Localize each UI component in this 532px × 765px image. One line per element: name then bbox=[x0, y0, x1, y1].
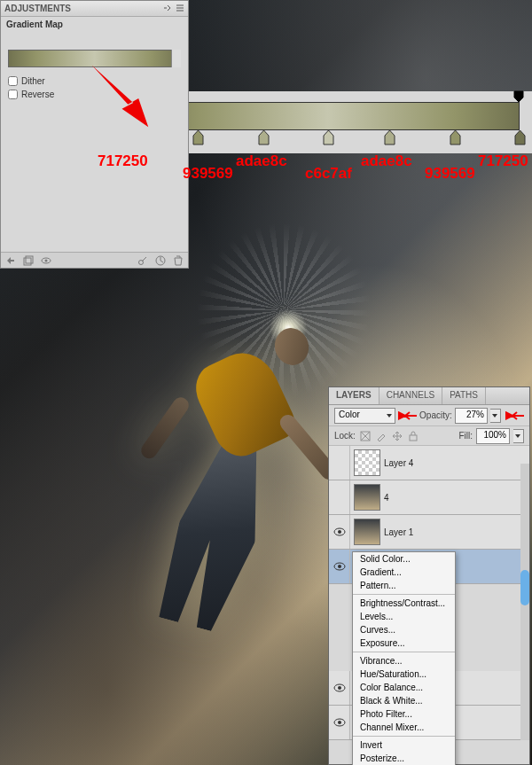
adjustment-context-menu: Solid Color...Gradient...Pattern...Brigh… bbox=[352, 551, 456, 765]
gradient-bar[interactable] bbox=[137, 102, 520, 130]
opacity-input[interactable]: 27% bbox=[455, 408, 488, 424]
opacity-caret[interactable] bbox=[490, 409, 501, 423]
visibility-toggle[interactable] bbox=[329, 550, 350, 583]
svg-point-15 bbox=[338, 721, 341, 724]
svg-point-11 bbox=[338, 565, 341, 568]
layer-name: Layer 1 bbox=[384, 527, 413, 537]
lock-label: Lock: bbox=[334, 431, 356, 441]
blend-opacity-row: Color Opacity: 27% bbox=[329, 405, 529, 426]
lock-transparent-icon[interactable] bbox=[359, 430, 372, 442]
layer-thumbnail[interactable] bbox=[354, 519, 380, 545]
color-hex-label: adae8c bbox=[236, 152, 287, 170]
menu-item[interactable]: Posterize... bbox=[353, 752, 455, 765]
tab-channels[interactable]: CHANNELS bbox=[379, 387, 442, 404]
layer-row[interactable]: Layer 4 bbox=[329, 446, 529, 480]
menu-item[interactable]: Color Balance... bbox=[353, 681, 455, 694]
figure-artwork bbox=[124, 301, 355, 656]
svg-point-13 bbox=[338, 686, 341, 690]
panel-menu-icon[interactable] bbox=[176, 4, 184, 13]
dither-checkbox-input[interactable] bbox=[8, 76, 18, 86]
visibility-toggle[interactable] bbox=[329, 515, 350, 549]
color-stop[interactable] bbox=[192, 130, 204, 145]
adjustments-title: ADJUSTMENTS bbox=[4, 4, 163, 13]
eye-icon bbox=[333, 718, 346, 727]
svg-point-9 bbox=[338, 530, 341, 534]
menu-item[interactable]: Vibrance... bbox=[353, 654, 455, 667]
color-stop[interactable] bbox=[323, 130, 334, 145]
menu-item[interactable]: Channel Mixer... bbox=[353, 721, 455, 734]
menu-item[interactable]: Solid Color... bbox=[353, 552, 455, 566]
tab-layers[interactable]: LAYERS bbox=[329, 387, 379, 404]
dither-label: Dither bbox=[21, 76, 45, 86]
fill-input[interactable]: 100% bbox=[476, 428, 510, 444]
menu-item[interactable]: Levels... bbox=[353, 610, 455, 623]
svg-point-3 bbox=[45, 259, 48, 262]
svg-rect-7 bbox=[410, 435, 417, 441]
layer-row[interactable]: Layer 1 bbox=[329, 515, 529, 550]
color-stop[interactable] bbox=[450, 130, 461, 145]
menu-separator bbox=[353, 736, 455, 737]
red-arrow-blend bbox=[398, 410, 417, 421]
layer-icon[interactable] bbox=[22, 254, 35, 267]
color-stop[interactable] bbox=[384, 130, 395, 145]
layers-tabs: LAYERS CHANNELS PATHS bbox=[329, 387, 529, 405]
menu-separator bbox=[353, 652, 455, 652]
visibility-toggle[interactable] bbox=[329, 706, 350, 739]
layer-name: Layer 4 bbox=[384, 458, 413, 468]
color-hex-label: adae8c bbox=[361, 152, 412, 170]
fill-caret[interactable] bbox=[513, 429, 524, 443]
visibility-toggle[interactable] bbox=[329, 446, 350, 480]
menu-item[interactable]: Pattern... bbox=[353, 579, 455, 592]
eye-icon bbox=[333, 562, 346, 571]
menu-item[interactable]: Exposure... bbox=[353, 636, 455, 650]
color-stop[interactable] bbox=[514, 130, 526, 145]
layer-row[interactable]: 4 bbox=[329, 480, 529, 515]
return-icon[interactable] bbox=[4, 254, 17, 267]
color-hex-label: 717250 bbox=[478, 152, 528, 170]
reverse-label: Reverse bbox=[21, 90, 54, 99]
eye-icon bbox=[333, 527, 346, 536]
visibility-toggle[interactable] bbox=[329, 480, 350, 514]
eye-icon bbox=[333, 683, 346, 692]
collapse-icon[interactable] bbox=[163, 4, 172, 13]
color-hex-label: 939569 bbox=[183, 165, 233, 183]
color-stop[interactable] bbox=[258, 130, 270, 145]
reverse-checkbox-input[interactable] bbox=[8, 90, 18, 99]
opacity-stop-right[interactable] bbox=[512, 90, 525, 102]
lock-paint-icon[interactable] bbox=[375, 430, 387, 442]
menu-item[interactable]: Brightness/Contrast... bbox=[353, 597, 455, 610]
red-arrow-annotation bbox=[84, 58, 160, 133]
color-hex-label: 717250 bbox=[98, 152, 148, 170]
lock-all-icon[interactable] bbox=[407, 430, 419, 442]
menu-item[interactable]: Invert bbox=[353, 738, 455, 752]
menu-separator bbox=[353, 594, 455, 595]
clip-icon[interactable] bbox=[137, 254, 149, 267]
adjustments-panel: ADJUSTMENTS Gradient Map Dither Reverse bbox=[0, 0, 189, 269]
delete-icon[interactable] bbox=[172, 254, 184, 267]
scrollbar[interactable] bbox=[520, 464, 529, 740]
menu-item[interactable]: Hue/Saturation... bbox=[353, 667, 455, 681]
lock-position-icon[interactable] bbox=[391, 430, 403, 442]
menu-item[interactable]: Gradient... bbox=[353, 566, 455, 579]
layer-thumbnail[interactable] bbox=[354, 449, 380, 476]
reset-icon[interactable] bbox=[154, 254, 167, 267]
scrollbar-thumb[interactable] bbox=[520, 570, 529, 605]
svg-rect-0 bbox=[24, 258, 31, 265]
menu-item[interactable]: Black & White... bbox=[353, 694, 455, 707]
eye-icon[interactable] bbox=[40, 254, 52, 267]
menu-item[interactable]: Photo Filter... bbox=[353, 707, 455, 721]
adjustments-header[interactable]: ADJUSTMENTS bbox=[1, 1, 188, 17]
lock-fill-row: Lock: Fill: 100% bbox=[329, 426, 529, 446]
adjustment-type-label: Gradient Map bbox=[1, 17, 188, 32]
adjustments-footer bbox=[1, 252, 188, 268]
opacity-label: Opacity: bbox=[419, 410, 452, 420]
svg-rect-1 bbox=[26, 256, 33, 263]
color-hex-label: 939569 bbox=[425, 165, 475, 183]
fill-label: Fill: bbox=[458, 431, 473, 441]
visibility-toggle[interactable] bbox=[329, 671, 350, 705]
red-arrow-opacity bbox=[505, 410, 524, 421]
layer-thumbnail[interactable] bbox=[354, 484, 380, 511]
blend-mode-select[interactable]: Color bbox=[334, 408, 395, 424]
menu-item[interactable]: Curves... bbox=[353, 623, 455, 636]
tab-paths[interactable]: PATHS bbox=[442, 387, 486, 404]
